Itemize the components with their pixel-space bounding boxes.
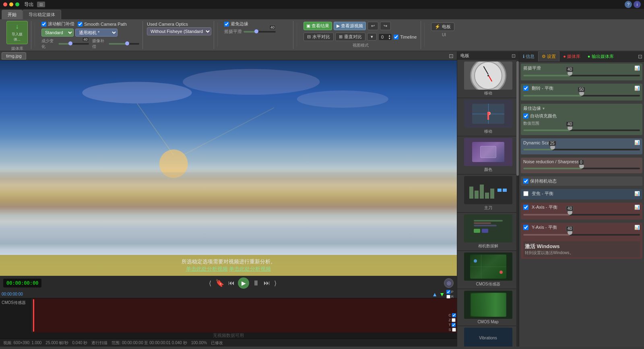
flip-graph-icon[interactable]: 📊 — [634, 86, 640, 91]
minimize-button[interactable] — [9, 2, 13, 6]
track-s-checkbox[interactable] — [452, 328, 456, 332]
target-button[interactable]: ◎ — [444, 278, 454, 288]
forward-button[interactable]: ⏭ — [263, 279, 271, 287]
value-range-slider[interactable]: 40 — [523, 127, 640, 133]
tab-settings[interactable]: ⚙ 设置 — [538, 51, 559, 62]
elektra-item-clock[interactable]: 移动 — [457, 60, 519, 98]
help-button[interactable]: ? — [625, 1, 632, 8]
view-result-button[interactable]: ▣ 查看结果 — [303, 22, 332, 30]
play-button[interactable]: ▶ — [238, 277, 249, 289]
tab-start[interactable]: 开始 — [2, 10, 23, 19]
pan-smooth-setting-label: 摇摄平滑 📊 — [523, 65, 640, 71]
color-label: 颜色 — [484, 167, 492, 172]
y-axis-checkbox[interactable] — [523, 225, 528, 230]
smooth-path-checkbox[interactable]: Smooth Camera Path — [78, 21, 127, 27]
zoom-input-container[interactable]: 0 ▲ ▼ — [378, 33, 392, 41]
auto-fill-label[interactable]: 自动填充颜色 — [523, 113, 640, 119]
elektra-item-cmos[interactable]: CMOS传感器 — [457, 251, 519, 289]
noise-slider[interactable]: 0 — [523, 165, 640, 172]
status-fps: 25.000 帧/秒 — [45, 340, 68, 346]
dynamic-scaling-graph-icon[interactable]: 📊 — [634, 140, 640, 145]
preview-close-button[interactable]: ⊡ — [447, 53, 455, 59]
sep1 — [35, 23, 35, 47]
flip-balance-checkbox[interactable] — [523, 86, 528, 91]
vertical-compare-button[interactable]: ⊞ 垂直对比 — [335, 33, 365, 41]
track-t-checkbox[interactable] — [452, 323, 456, 327]
settings-close-button[interactable]: ⊡ — [636, 51, 644, 62]
fisheye-select[interactable]: Without Fisheye (Standard) — [147, 27, 211, 35]
keep-motion-checkbox[interactable] — [523, 179, 528, 184]
elektra-title: 电板 — [460, 53, 469, 59]
y-axis-slider[interactable]: 40 — [523, 232, 640, 238]
avoid-edge-checkbox[interactable]: 避免边缘 — [224, 21, 248, 27]
zoom-balance-graph-icon[interactable]: 📊 — [634, 191, 640, 196]
back-frame-button[interactable]: ⏮ — [227, 279, 235, 287]
settings-content: 摇摄平滑 📊 40 翻转 - 平衡 — [519, 62, 644, 347]
dynamic-scaling-slider[interactable]: 25 — [523, 146, 640, 153]
close-button[interactable] — [3, 2, 7, 6]
elektra-scrollbar-thumb[interactable] — [516, 61, 519, 176]
elektra-close-button[interactable]: ⊡ — [512, 53, 516, 59]
tab-export[interactable]: 导出稳定媒体 — [23, 10, 61, 19]
preview-tab[interactable]: timg.jpg — [2, 52, 26, 60]
tab-media[interactable]: ● 媒体库 — [559, 51, 584, 62]
keep-motion-label[interactable]: 保持相机动态 — [523, 178, 640, 184]
y-axis-graph-icon[interactable]: 📊 — [634, 225, 640, 230]
elektra-item-color[interactable]: 颜色 — [457, 136, 519, 174]
flip-balance-slider[interactable]: 50 — [523, 92, 640, 99]
elektra-item-cmos-map[interactable]: CMOS Map — [457, 289, 519, 326]
pan-smooth-slider[interactable]: 40 — [523, 72, 640, 79]
window-controls[interactable] — [3, 2, 19, 6]
next-button[interactable]: ⟩ — [273, 279, 277, 288]
roll-compensation-checkbox[interactable]: 滚动帧门补偿 — [41, 21, 74, 27]
redo-button[interactable]: ↪ — [380, 22, 391, 30]
undo-button[interactable]: ↩ — [367, 22, 378, 30]
zoom-spinners[interactable]: ▲ ▼ — [388, 34, 391, 40]
timeline-track[interactable] — [32, 298, 457, 333]
camera-type-select[interactable]: 通用相机 * — [75, 29, 118, 37]
auto-fill-checkbox[interactable] — [523, 113, 528, 119]
x-axis-graph-icon[interactable]: 📊 — [634, 205, 640, 210]
bookmark-button[interactable]: 🔖 — [215, 278, 225, 288]
pause-button[interactable]: ⏸ — [252, 278, 260, 288]
zoom-balance-checkbox[interactable] — [523, 191, 528, 196]
best-edge-label: 最佳边缘 ▾ — [523, 105, 640, 111]
track-c-checkbox[interactable] — [452, 313, 456, 317]
standard-select[interactable]: Standard — [41, 29, 74, 37]
view-video-button[interactable]: ▶ 查看源视频 — [334, 22, 366, 30]
best-edge-dropdown[interactable]: ▾ — [543, 106, 545, 111]
info-button[interactable]: i — [634, 1, 641, 8]
track-z-checkbox[interactable] — [452, 318, 456, 322]
less-change-label: 成少变化 — [41, 38, 57, 49]
compare-mode-button[interactable]: ▾ — [367, 33, 377, 41]
elektra-item-bars[interactable]: 主刀 — [457, 174, 519, 213]
horizontal-compare-button[interactable]: ⊟ 水平对比 — [303, 33, 334, 41]
import-media-button[interactable]: ↓ 导入媒体... — [6, 21, 28, 44]
timeline-cursor — [33, 299, 34, 332]
pan-smooth-graph-icon[interactable]: 📊 — [634, 66, 640, 71]
tab-info[interactable]: ℹ 信息 — [519, 51, 538, 62]
electrical-button[interactable]: ⚡ 电板 — [431, 23, 454, 31]
setting-keep-motion: 保持相机动态 — [521, 177, 642, 186]
settings-panel: ℹ 信息 ⚙ 设置 ● 媒体库 ● 输出媒体库 ⊡ — [519, 51, 644, 347]
rewind-button[interactable]: ⟨ — [208, 279, 212, 288]
elektra-scrollbar[interactable] — [516, 60, 519, 347]
elektra-item-motion[interactable]: 移动 — [457, 98, 519, 136]
timeline-checkbox[interactable]: Timeline — [394, 35, 417, 39]
maximize-button[interactable] — [15, 2, 19, 6]
track-p-checkbox[interactable] — [446, 290, 450, 294]
elektra-item-camera-data[interactable]: 相机数据解 — [457, 213, 519, 251]
x-axis-checkbox[interactable] — [523, 205, 528, 210]
sep4 — [424, 23, 425, 47]
track-r-checkbox[interactable] — [446, 295, 450, 299]
elektra-item-vibrations[interactable]: Vibrations Vibrations — [457, 326, 519, 347]
svg-point-2 — [297, 90, 388, 108]
elektra-scroll-area[interactable]: 移动 移动 — [457, 60, 519, 347]
no-data-label: 无视频数据可用 — [213, 333, 244, 339]
tab-output[interactable]: ● 输出媒体库 — [584, 51, 617, 62]
x-axis-slider[interactable]: 40 — [523, 211, 640, 218]
timeline-zoom-up[interactable]: ▲ — [432, 291, 438, 298]
timeline-zoom-down[interactable]: ▼ — [439, 291, 445, 298]
window-title: 导出 — [24, 1, 34, 8]
import-group-label: 媒体库 — [6, 46, 28, 51]
